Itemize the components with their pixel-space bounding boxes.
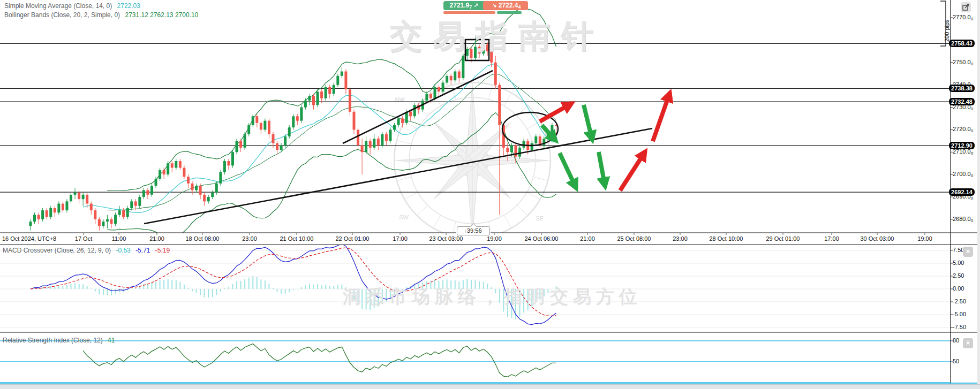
expand-chart-button[interactable]	[961, 2, 971, 12]
macd-legend-label: MACD Crossover (Close, 26, 12, 9, 0)	[3, 247, 111, 254]
time-tick-label: 17 Oct	[75, 235, 92, 242]
ask-price-value: 2722.4	[499, 2, 518, 9]
macd-line-value: -5.71	[135, 247, 150, 254]
price-level-badge: 2692.14	[949, 188, 975, 196]
time-tick-label: 23 Oct 03:00	[429, 235, 463, 242]
rsi-close-button[interactable]: ×	[963, 338, 973, 348]
countdown-value: 39:56	[467, 227, 482, 234]
price-level-badge: 2712.90	[949, 142, 975, 149]
bollinger-legend-values: 2731.12 2762.13 2700.10	[125, 11, 198, 19]
time-tick-label: 23:00	[673, 235, 688, 242]
ask-price-subdigit: 4	[518, 4, 521, 10]
measure-tool-label: 200 pips	[944, 10, 950, 42]
time-tick-label: 21:00	[149, 235, 164, 242]
time-tick-label: 11:00	[112, 235, 126, 242]
bottom-panel-strip[interactable]	[0, 384, 980, 389]
time-tick-label: 17:00	[393, 235, 408, 242]
forecast-arrow-green[interactable]	[599, 152, 605, 187]
expand-icon	[961, 2, 971, 12]
sma-legend-value: 2722.03	[117, 2, 140, 10]
time-tick-label: 19:00	[487, 235, 502, 242]
macd-histogram-value: -0.53	[116, 247, 130, 254]
rsi-panel[interactable]	[0, 341, 951, 383]
forecast-arrow-green[interactable]	[560, 153, 576, 188]
time-tick-label: 21 Oct 10:00	[280, 235, 314, 242]
price-level-badge: 2758.43	[949, 40, 975, 47]
watermark-slogan-text: 洞悉市场脉络，指明交易方位	[343, 285, 642, 309]
svg-text:SE: SE	[536, 215, 544, 222]
rsi-tick-label: 80	[953, 337, 959, 344]
time-tick-label: 16 Oct 2024, UTC+8	[2, 235, 56, 242]
time-tick-label: 17:00	[824, 235, 839, 242]
forecast-arrow-green[interactable]	[584, 105, 592, 140]
sell-ratio-bar	[443, 11, 495, 14]
price-tick-label: 2700.00	[953, 171, 973, 178]
watermark-brand-text: 交易指南针	[390, 15, 642, 58]
right-scroll-strip[interactable]	[977, 0, 980, 389]
drag-grip-icon: ⁞	[465, 228, 466, 234]
price-level-badge: 2738.38	[949, 85, 975, 92]
sma-legend[interactable]: Simple Moving Average (Close, 14, 0) 272…	[4, 2, 140, 10]
down-arrow-icon: ↘	[492, 2, 497, 9]
macd-tick-label: 0.00	[953, 285, 964, 292]
macd-tick-label: 2.50	[953, 272, 964, 279]
price-tick-label: 2680.00	[953, 216, 973, 223]
rsi-tick-label: 50	[953, 358, 959, 364]
time-tick-label: 23:00	[242, 235, 257, 242]
macd-tick-label: -7.50	[953, 324, 966, 330]
forecast-arrow-red[interactable]	[620, 151, 645, 190]
ask-price-badge: ↘2722.44	[483, 1, 528, 10]
macd-tick-label: -2.50	[953, 298, 966, 304]
time-tick-label: 24 Oct 06:00	[525, 235, 559, 242]
bollinger-legend[interactable]: Bollinger Bands (Close, 20, 2, Simple, 0…	[4, 11, 198, 19]
time-tick-label: 19:00	[917, 235, 932, 242]
forecast-arrow-red[interactable]	[653, 93, 670, 141]
price-tick-label: 2720.00	[953, 126, 973, 133]
trading-chart-window: 交易指南针 洞悉市场脉络，指明交易方位 NWSWSE Simple Moving…	[0, 0, 980, 389]
time-tick-label: 21:00	[580, 235, 595, 242]
time-tick-label: 22 Oct 01:00	[336, 235, 370, 242]
macd-tick-label: 5.00	[953, 260, 964, 266]
time-tick-label: 18 Oct 08:00	[186, 235, 220, 242]
svg-text:SW: SW	[399, 214, 409, 220]
rsi-line	[83, 344, 556, 377]
forecast-arrow-red[interactable]	[540, 103, 572, 121]
macd-signal-value: -5.19	[155, 247, 170, 254]
bid-price-badge: 2721.97↗	[443, 1, 486, 10]
macd-tick-label: -5.00	[953, 311, 966, 317]
bid-price-value: 2721.9	[450, 2, 470, 9]
buy-ratio-bar	[497, 11, 522, 14]
rsi-legend[interactable]: Relative Strength Index (Close, 12) 41	[3, 337, 115, 344]
price-tick-label: 2750.00	[953, 59, 973, 66]
candles	[29, 36, 558, 231]
price-tick-label: 2770.00	[953, 14, 973, 21]
sma-legend-label: Simple Moving Average (Close, 14, 0)	[4, 2, 112, 10]
macd-legend[interactable]: MACD Crossover (Close, 26, 12, 9, 0) -0.…	[3, 247, 170, 254]
price-level-badge: 2732.48	[949, 98, 975, 105]
rsi-legend-value: 41	[108, 337, 115, 344]
bollinger-legend-label: Bollinger Bands (Close, 20, 2, Simple, 0…	[4, 11, 120, 19]
bid-price-subdigit: 7	[469, 4, 472, 10]
rsi-legend-label: Relative Strength Index (Close, 12)	[3, 337, 103, 344]
time-tick-label: 25 Oct 08:00	[617, 235, 651, 242]
macd-close-button[interactable]: ×	[963, 247, 973, 257]
up-arrow-icon: ↗	[473, 2, 478, 9]
bar-countdown-timer[interactable]: ⁞39:56	[457, 226, 490, 235]
chart-canvas[interactable]: NWSWSE	[0, 0, 980, 389]
time-tick-label: 29 Oct 01:00	[766, 235, 800, 242]
time-tick-label: 30 Oct 03:00	[861, 235, 894, 242]
price-tick-label: 2710.00	[953, 148, 973, 156]
time-tick-label: 28 Oct 10:00	[710, 235, 743, 242]
